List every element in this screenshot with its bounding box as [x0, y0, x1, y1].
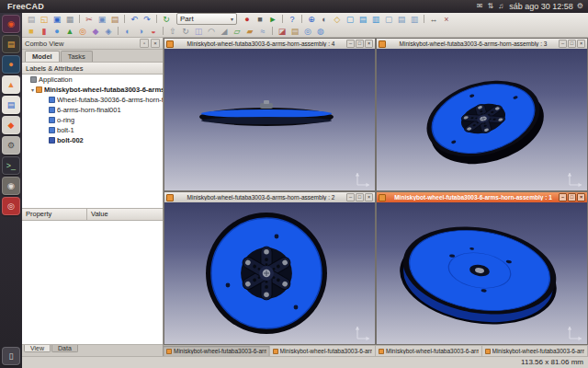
- toolbar-separator[interactable]: [424, 15, 424, 23]
- maximize-button[interactable]: □: [356, 193, 364, 201]
- messaging-menu-icon[interactable]: ✉: [477, 0, 483, 13]
- part-section-icon[interactable]: ◪: [277, 26, 288, 37]
- toolbar-separator[interactable]: [79, 15, 80, 23]
- system-settings-icon[interactable]: ⚙: [2, 136, 20, 155]
- viewport-2-canvas[interactable]: [164, 202, 375, 344]
- maximize-button[interactable]: □: [356, 40, 364, 48]
- close-button[interactable]: ×: [577, 40, 585, 48]
- viewport-1-canvas[interactable]: [377, 202, 587, 344]
- measure-distance-icon[interactable]: ↔: [428, 14, 439, 25]
- part-extrude-icon[interactable]: ⇧: [167, 26, 178, 37]
- freecad-icon[interactable]: ◎: [2, 197, 20, 215]
- toolbar-separator[interactable]: [124, 15, 125, 23]
- libreoffice-writer-icon[interactable]: ▤: [2, 96, 20, 114]
- view-front-icon[interactable]: ▢: [345, 14, 356, 25]
- tree-item[interactable]: bolt-002: [22, 135, 163, 145]
- close-button[interactable]: ×: [365, 40, 373, 48]
- macro-stop-icon[interactable]: ■: [254, 14, 266, 25]
- part-torus-icon[interactable]: ◎: [77, 26, 88, 37]
- refresh-icon[interactable]: ↻: [161, 14, 172, 25]
- viewport-4-canvas[interactable]: [164, 49, 375, 190]
- workbench-selector[interactable]: Part ▾: [176, 13, 237, 25]
- property-column-header[interactable]: Property: [22, 209, 87, 220]
- minimize-button[interactable]: –: [346, 40, 355, 48]
- save-document-icon[interactable]: ▣: [51, 14, 62, 25]
- combo-view-titlebar[interactable]: Combo View ▫×: [22, 38, 163, 50]
- tree-item[interactable]: Wheel-futaba-30036-6-arms-horn-final: [22, 95, 163, 105]
- tree-expander-icon[interactable]: ▾: [29, 86, 36, 93]
- part-box-icon[interactable]: ■: [26, 26, 37, 37]
- viewport-3-canvas[interactable]: [377, 49, 587, 190]
- tree-item[interactable]: bolt-1: [22, 125, 163, 135]
- part-cone-icon[interactable]: ▲: [64, 26, 75, 37]
- software-center-icon[interactable]: ◆: [2, 116, 20, 134]
- viewport-1-titlebar[interactable]: Miniskybot-wheel-futaba3003-6-arms-horn-…: [377, 192, 587, 202]
- taskbar-tab[interactable]: Miniskybot-wheel-futaba3003-6-arms-horn-…: [270, 346, 377, 356]
- part-sweep-icon[interactable]: ≈: [257, 26, 268, 37]
- new-document-icon[interactable]: ▤: [26, 14, 37, 25]
- firefox-icon[interactable]: ●: [2, 55, 20, 74]
- open-document-icon[interactable]: ◱: [39, 14, 50, 25]
- value-column-header[interactable]: Value: [87, 209, 112, 220]
- trash-icon[interactable]: ▯: [2, 347, 20, 365]
- ubuntu-dash-button[interactable]: ◉: [2, 15, 20, 33]
- toolbar-separator[interactable]: [118, 27, 119, 35]
- close-panel-button[interactable]: ×: [151, 39, 160, 48]
- view-rear-icon[interactable]: ▢: [383, 14, 394, 25]
- cut-icon[interactable]: ✂: [84, 14, 95, 25]
- viewport-3-titlebar[interactable]: Miniskybot-wheel-futaba3003-6-arms-horn-…: [377, 39, 587, 49]
- tree-item[interactable]: 6-arms-horn-final001: [22, 105, 163, 115]
- part-offset-icon[interactable]: ◎: [302, 26, 313, 37]
- close-button[interactable]: ×: [577, 193, 585, 201]
- part-thickness-icon[interactable]: ◍: [315, 26, 326, 37]
- print-document-icon[interactable]: ▦: [64, 14, 75, 25]
- paste-icon[interactable]: ▤: [109, 14, 120, 25]
- float-panel-button[interactable]: ▫: [140, 39, 149, 48]
- tree-item[interactable]: o-ring: [22, 115, 163, 125]
- session-menu-icon[interactable]: ⚙: [577, 0, 583, 13]
- media-player-icon[interactable]: ▲: [2, 75, 20, 94]
- measure-clear-icon[interactable]: ×: [441, 14, 452, 25]
- taskbar-tab[interactable]: Miniskybot-wheel-futaba3003-6-arms-horn-…: [164, 346, 270, 356]
- clock[interactable]: sáb ago 30 12:58: [509, 2, 573, 11]
- toolbar-separator[interactable]: [282, 15, 283, 23]
- minimize-button[interactable]: –: [346, 193, 355, 201]
- maximize-button[interactable]: □: [568, 40, 576, 48]
- part-ruled-surface-icon[interactable]: ▱: [232, 26, 243, 37]
- toolbar-separator[interactable]: [156, 15, 157, 23]
- combo-view-tab[interactable]: Tasks: [61, 51, 93, 62]
- view-top-icon[interactable]: ▤: [357, 14, 368, 25]
- taskbar-tab[interactable]: Miniskybot-wheel-futaba3003-6-arms-horn-…: [482, 346, 588, 356]
- minimize-button[interactable]: –: [559, 40, 567, 48]
- draw-style-icon[interactable]: ◐: [319, 14, 330, 25]
- view-right-icon[interactable]: ▥: [370, 14, 381, 25]
- boolean-cut-icon[interactable]: ◒: [148, 26, 159, 37]
- shape-builder-icon[interactable]: ◈: [103, 26, 114, 37]
- sound-icon[interactable]: ♫: [498, 0, 503, 13]
- part-mirror-icon[interactable]: ◫: [193, 26, 204, 37]
- combo-view-tab[interactable]: Model: [25, 51, 60, 62]
- viewport-2-titlebar[interactable]: Miniskybot-wheel-futaba3003-6-arms-horn-…: [164, 192, 375, 202]
- view-left-icon[interactable]: ▥: [409, 14, 420, 25]
- view-fit-icon[interactable]: ⊕: [306, 14, 317, 25]
- part-chamfer-icon[interactable]: ◢: [219, 26, 230, 37]
- maximize-button[interactable]: □: [568, 193, 576, 201]
- part-cylinder-icon[interactable]: ▮: [39, 26, 50, 37]
- boolean-union-icon[interactable]: ◐: [122, 26, 133, 37]
- part-sphere-icon[interactable]: ●: [51, 26, 62, 37]
- taskbar-tab[interactable]: Miniskybot-wheel-futaba3003-6-arms-horn-…: [376, 346, 482, 356]
- minimize-button[interactable]: –: [559, 193, 567, 201]
- macro-record-icon[interactable]: ●: [242, 14, 253, 25]
- tree-item[interactable]: ▾ Miniskybot-wheel-futaba3003-6-arms-hor…: [22, 85, 163, 95]
- macro-play-icon[interactable]: ►: [267, 14, 278, 25]
- copy-icon[interactable]: ▣: [96, 14, 107, 25]
- files-icon[interactable]: ▤: [2, 35, 20, 53]
- toolbar-separator[interactable]: [272, 27, 273, 35]
- whats-this-icon[interactable]: ?: [287, 14, 298, 25]
- view-axonometric-icon[interactable]: ◇: [332, 14, 343, 25]
- viewport-4-titlebar[interactable]: Miniskybot-wheel-futaba3003-6-arms-horn-…: [164, 39, 375, 49]
- part-primitives-icon[interactable]: ◆: [90, 26, 101, 37]
- toolbar-separator[interactable]: [301, 15, 302, 23]
- tree-item[interactable]: Application: [22, 75, 163, 85]
- part-fillet-icon[interactable]: ◠: [206, 26, 217, 37]
